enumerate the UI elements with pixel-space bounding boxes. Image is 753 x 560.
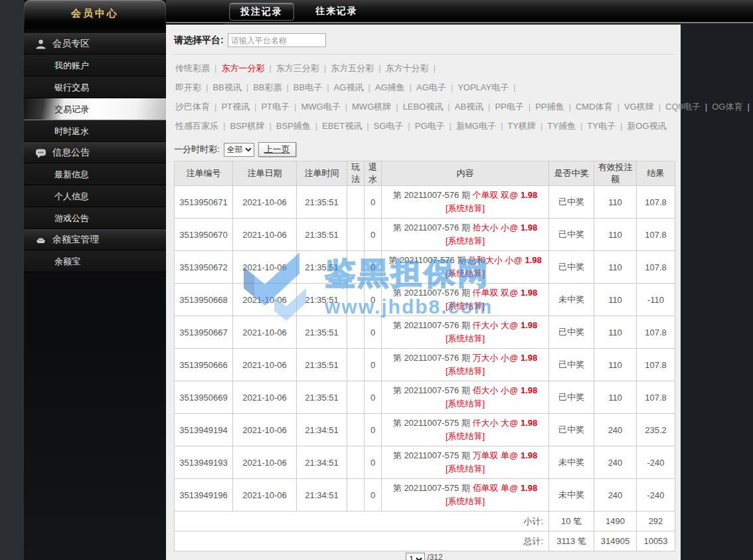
cell-rebate: 0 <box>365 251 382 284</box>
sidebar-nav: 会员专区我的账户银行交易交易记录时时返水信息公告最新信息个人信息游戏公告余额宝管… <box>24 33 166 272</box>
platform-link-separator: | <box>529 102 531 112</box>
platform-link[interactable]: OG体育 <box>712 102 742 112</box>
cell-win-status: 已中奖 <box>549 316 594 349</box>
platform-link[interactable]: TY捕鱼 <box>547 121 576 131</box>
sidebar-item[interactable]: 银行交易 <box>24 76 166 98</box>
cell-win-status: 未中奖 <box>549 479 594 512</box>
column-header: 是否中奖 <box>549 161 594 186</box>
platform-link[interactable]: 东方三分彩 <box>276 63 319 73</box>
table-row: 35139506692021-10-0621:35:510第 20211007-… <box>175 381 675 414</box>
sidebar-group-header[interactable]: 信息公告 <box>24 142 166 163</box>
platform-link-separator: | <box>286 82 288 92</box>
cell-bet-time: 21:35:51 <box>297 219 347 251</box>
platform-link[interactable]: 沙巴体育 <box>175 102 210 112</box>
platform-link-separator: | <box>294 102 296 112</box>
platform-link[interactable]: BB电子 <box>293 82 322 92</box>
column-header: 退水 <box>365 161 382 186</box>
settlement-status: [系统结算] <box>382 300 548 313</box>
platform-link[interactable]: PP电子 <box>495 102 523 112</box>
cell-result: 235.2 <box>637 414 675 446</box>
platform-link[interactable]: SG电子 <box>374 121 404 131</box>
platform-link[interactable]: PT视讯 <box>221 102 250 112</box>
page-number-select[interactable]: 1 <box>406 553 425 560</box>
cell-valid-amount: 110 <box>594 284 637 316</box>
sidebar-item[interactable]: 个人信息 <box>24 185 166 207</box>
platform-link[interactable]: AG视讯 <box>334 82 364 92</box>
platform-link[interactable]: AG电子 <box>416 82 446 92</box>
cell-result: 107.8 <box>637 219 675 251</box>
bet-period: 第 20211007-576 期 <box>388 255 468 265</box>
platform-link[interactable]: BB彩票 <box>253 82 282 92</box>
platform-link[interactable]: 东方五分彩 <box>331 63 374 73</box>
sidebar-item[interactable]: 最新信息 <box>24 163 166 185</box>
subtotal-amount: 1490 <box>594 512 637 531</box>
cell-valid-amount: 110 <box>594 219 637 251</box>
platform-link-separator: | <box>450 121 452 131</box>
platform-link[interactable]: 性感百家乐 <box>175 121 218 131</box>
platform-link[interactable]: PT电子 <box>261 102 290 112</box>
cell-play-type <box>347 251 365 284</box>
page-total-label: /312 <box>427 553 442 560</box>
platform-link[interactable]: PG电子 <box>415 121 445 131</box>
platform-link-separator: | <box>620 121 622 131</box>
column-header: 有效投注额 <box>594 161 637 186</box>
platform-link[interactable]: CMD体育 <box>576 102 613 112</box>
settlement-status: [系统结算] <box>382 397 548 411</box>
cell-valid-amount: 240 <box>594 414 637 446</box>
user-icon <box>35 39 46 50</box>
cell-bet-time: 21:34:51 <box>297 479 347 512</box>
prev-page-button[interactable]: 上一页 <box>258 142 296 157</box>
platform-link-separator: | <box>451 82 453 92</box>
platform-link[interactable]: TY电子 <box>587 121 616 131</box>
sidebar-item[interactable]: 时时返水 <box>24 120 166 142</box>
platform-link[interactable]: CQ9电子 <box>665 102 701 112</box>
platform-link[interactable]: 新MG电子 <box>456 121 496 131</box>
platform-link[interactable]: LEBO视讯 <box>403 102 444 112</box>
total-row: 总计:3113 笔31490510053 <box>175 531 675 551</box>
platform-link-separator: | <box>434 63 436 73</box>
cell-win-status: 已中奖 <box>549 219 594 251</box>
bet-name: 拾大小 小@ <box>473 223 521 233</box>
platform-link[interactable]: BSP捕鱼 <box>276 121 311 131</box>
platform-link[interactable]: MWG棋牌 <box>352 102 391 112</box>
platform-link[interactable]: EBET视讯 <box>322 121 362 131</box>
platform-link[interactable]: AG捕鱼 <box>375 82 405 92</box>
bet-name: 万大小 小@ <box>473 353 521 363</box>
cell-play-type <box>347 284 365 316</box>
sidebar-item[interactable]: 游戏公告 <box>24 207 166 229</box>
cell-win-status: 未中奖 <box>549 446 594 479</box>
platform-link[interactable]: MWG电子 <box>301 102 340 112</box>
platform-link[interactable]: 传统彩票 <box>175 63 210 73</box>
bet-type-select[interactable]: 全部 <box>224 143 254 157</box>
bet-odds: 1.98 <box>521 320 537 330</box>
platform-link[interactable]: BB视讯 <box>212 82 241 92</box>
cell-content: 第 20211007-575 期 仟大小 大@ 1.98[系统结算] <box>382 414 549 446</box>
cell-bet-date: 2021-10-06 <box>233 349 297 381</box>
settlement-status: [系统结算] <box>382 202 548 215</box>
platform-link[interactable]: 新OG视讯 <box>627 121 666 131</box>
cell-rebate: 0 <box>365 349 382 381</box>
platform-link[interactable]: 东方一分彩 <box>221 63 264 73</box>
bet-period: 第 20211007-575 期 <box>393 483 473 493</box>
tab-bet-records[interactable]: 投注记录 <box>229 3 294 21</box>
sidebar-group-header[interactable]: 会员专区 <box>24 33 166 54</box>
cell-bet-date: 2021-10-06 <box>233 446 297 479</box>
subtotal-label: 小计: <box>175 512 549 531</box>
tab-transaction-records[interactable]: 往来记录 <box>305 3 369 21</box>
platform-link[interactable]: TY棋牌 <box>507 121 536 131</box>
cell-bet-id: 3513949193 <box>175 446 233 479</box>
platform-link[interactable]: YOPLAY电子 <box>458 82 509 92</box>
platform-link[interactable]: PP捕鱼 <box>535 102 564 112</box>
sidebar-item[interactable]: 余额宝 <box>24 250 166 272</box>
cell-content: 第 20211007-576 期 个单双 双@ 1.98[系统结算] <box>382 186 549 219</box>
platform-link[interactable]: 东方十分彩 <box>386 63 429 73</box>
platform-link[interactable]: AB视讯 <box>455 102 483 112</box>
sidebar-item[interactable]: 我的账户 <box>24 54 166 76</box>
sidebar-group-header[interactable]: 余额宝管理 <box>24 229 166 250</box>
bet-period: 第 20211007-576 期 <box>393 385 473 395</box>
sidebar-item[interactable]: 交易记录 <box>24 98 166 120</box>
platform-link[interactable]: VG棋牌 <box>624 102 654 112</box>
platform-search-input[interactable] <box>228 33 326 47</box>
platform-link[interactable]: 即开彩 <box>175 82 201 92</box>
platform-link[interactable]: BSP棋牌 <box>230 121 264 131</box>
